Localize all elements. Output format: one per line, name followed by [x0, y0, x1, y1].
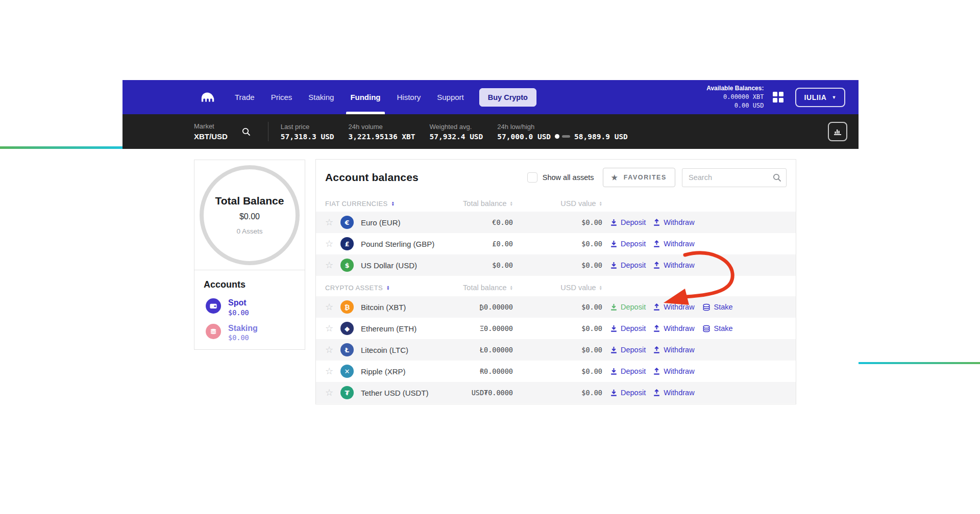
market-pair-value: XBT/USD — [194, 132, 228, 141]
asset-name: US Dollar (USD) — [359, 261, 456, 270]
balance-usd: 0.00 USD — [706, 101, 764, 110]
nav-item-support[interactable]: Support — [429, 80, 472, 114]
nav-item-staking[interactable]: Staking — [300, 80, 342, 114]
favorite-star-icon[interactable]: ☆ — [325, 239, 340, 248]
stat-label: Weighted avg. — [430, 123, 483, 131]
column-usd-value[interactable]: USD value▲▼ — [513, 199, 602, 208]
deposit-link[interactable]: Deposit — [610, 389, 646, 397]
chart-toggle-button[interactable] — [828, 122, 847, 141]
asset-balance: £0.00 — [456, 240, 513, 248]
asset-row-xrp: ☆ ✕ Ripple (XRP) Ɍ0.00000 $0.00 Deposit … — [316, 361, 796, 382]
favorite-star-icon[interactable]: ☆ — [325, 345, 340, 354]
apps-grid-icon[interactable] — [773, 92, 784, 103]
right-gradient-line — [859, 362, 980, 364]
account-value: $0.00 — [228, 309, 249, 317]
range-bar-icon — [562, 135, 570, 138]
column-total-balance[interactable]: Total balance▲▼ — [456, 284, 513, 292]
favorite-star-icon[interactable]: ☆ — [325, 367, 340, 376]
account-name: Staking — [228, 324, 258, 333]
deposit-icon — [610, 346, 617, 353]
search-icon — [773, 173, 781, 182]
kraken-logo-icon — [200, 90, 215, 105]
deposit-link[interactable]: Deposit — [610, 240, 646, 248]
asset-usd-value: $0.00 — [513, 346, 602, 354]
withdraw-icon — [653, 389, 660, 396]
sort-icon: ▲▼ — [599, 285, 602, 291]
tether-icon: ₮ — [340, 386, 354, 399]
withdraw-icon — [653, 262, 660, 269]
panel-controls: Show all assets ★ FAVORITES — [527, 168, 787, 187]
assets-count: 0 Assets — [236, 227, 262, 235]
withdraw-icon — [653, 325, 660, 332]
accounts-section: Accounts Spot $0.00 — [194, 270, 305, 342]
deposit-link[interactable]: Deposit — [610, 218, 646, 226]
user-menu-button[interactable]: IULIIA ▼ — [795, 88, 845, 107]
stat-last-price: Last price 57,318.3 USD — [281, 123, 334, 141]
deposit-link[interactable]: Deposit — [610, 324, 646, 332]
nav-item-history[interactable]: History — [389, 80, 429, 114]
deposit-link[interactable]: Deposit — [610, 367, 646, 375]
buy-crypto-button[interactable]: Buy Crypto — [479, 88, 536, 107]
stake-link[interactable]: Stake — [702, 303, 733, 311]
market-search-icon[interactable] — [242, 127, 251, 136]
crypto-header-label: CRYPTO ASSETS — [325, 284, 383, 292]
asset-row-eth: ☆ ◆ Ethereum (ETH) Ξ0.00000 $0.00 Deposi… — [316, 318, 796, 339]
withdraw-link[interactable]: Withdraw — [653, 389, 694, 397]
deposit-icon — [610, 303, 617, 311]
low-value: 57,000.0 USD — [497, 133, 551, 141]
favorite-star-icon[interactable]: ☆ — [325, 261, 340, 270]
withdraw-link[interactable]: Withdraw — [653, 240, 694, 248]
kraken-logo[interactable] — [199, 89, 215, 106]
stake-link[interactable]: Stake — [702, 324, 733, 332]
account-item-spot[interactable]: Spot $0.00 — [206, 298, 296, 317]
account-item-staking[interactable]: Staking $0.00 — [206, 324, 296, 342]
deposit-icon — [610, 219, 617, 226]
favorite-star-icon[interactable]: ☆ — [325, 302, 340, 312]
search-input[interactable] — [682, 168, 787, 187]
column-usd-value[interactable]: USD value▲▼ — [513, 284, 602, 292]
favorite-star-icon[interactable]: ☆ — [325, 218, 340, 227]
favorites-label: FAVORITES — [624, 174, 667, 181]
sort-icon[interactable]: ▲▼ — [391, 201, 395, 207]
favorite-star-icon[interactable]: ☆ — [325, 388, 340, 397]
favorite-star-icon[interactable]: ☆ — [325, 324, 340, 333]
panel-header: Account balances Show all assets ★ FAVOR… — [316, 160, 796, 195]
withdraw-link[interactable]: Withdraw — [653, 367, 694, 375]
stat-label: 24h low/high — [497, 123, 628, 131]
high-value: 58,989.9 USD — [574, 133, 628, 141]
deposit-link[interactable]: Deposit — [610, 261, 646, 269]
asset-usd-value: $0.00 — [513, 324, 602, 332]
deposit-link[interactable]: Deposit — [610, 346, 646, 354]
star-icon: ★ — [611, 173, 619, 182]
asset-usd-value: $0.00 — [513, 367, 602, 375]
total-balance-circle: Total Balance $0.00 0 Assets — [200, 165, 300, 265]
ticker-divider — [268, 122, 268, 141]
page: Trade Prices Staking Funding History Sup… — [0, 0, 980, 514]
withdraw-link[interactable]: Withdraw — [653, 303, 694, 311]
asset-balance: Ł0.00000 — [456, 346, 513, 354]
withdraw-link[interactable]: Withdraw — [653, 218, 694, 226]
deposit-icon — [610, 262, 617, 269]
fiat-section-header: FIAT CURRENCIES ▲▼ Total balance▲▼ USD v… — [316, 195, 796, 212]
deposit-link-highlighted[interactable]: Deposit — [610, 303, 646, 311]
nav-item-funding[interactable]: Funding — [342, 80, 388, 114]
column-total-balance[interactable]: Total balance▲▼ — [456, 199, 513, 208]
sort-icon[interactable]: ▲▼ — [386, 285, 390, 291]
asset-row-usd: ☆ $ US Dollar (USD) $0.00 $0.00 Deposit … — [316, 254, 796, 276]
nav-item-prices[interactable]: Prices — [263, 80, 301, 114]
asset-balance: $0.00 — [456, 261, 513, 269]
withdraw-link[interactable]: Withdraw — [653, 324, 694, 332]
withdraw-link[interactable]: Withdraw — [653, 346, 694, 354]
asset-row-eur: ☆ € Euro (EUR) €0.00 $0.00 Deposit Withd… — [316, 212, 796, 233]
deposit-icon — [610, 368, 617, 375]
withdraw-link[interactable]: Withdraw — [653, 261, 694, 269]
balance-summary-card: Total Balance $0.00 0 Assets Accounts Sp… — [194, 160, 305, 350]
deposit-icon — [610, 325, 617, 332]
asset-name: Bitcoin (XBT) — [359, 303, 456, 312]
show-all-assets-label: Show all assets — [543, 173, 594, 182]
show-all-assets-checkbox[interactable] — [527, 172, 537, 183]
nav-item-trade[interactable]: Trade — [227, 80, 263, 114]
asset-usd-value: $0.00 — [513, 303, 602, 311]
asset-balance: Ξ0.00000 — [456, 324, 513, 332]
favorites-button[interactable]: ★ FAVORITES — [603, 168, 675, 187]
